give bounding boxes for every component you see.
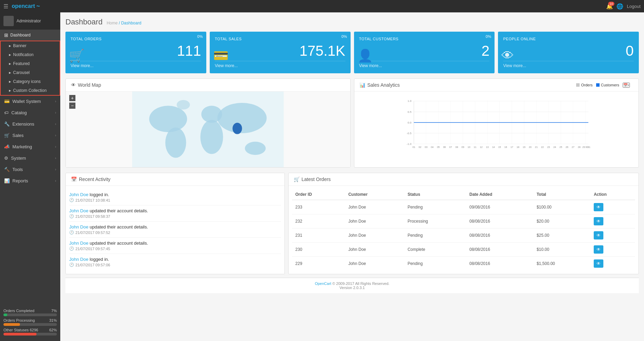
activity-link[interactable]: John Doe <box>69 224 89 230</box>
logout-button[interactable]: Logout <box>627 4 641 9</box>
sidebar-item-banner[interactable]: ▸ Banner <box>1 41 60 50</box>
view-order-button[interactable]: 👁 <box>594 245 603 254</box>
notification-button[interactable]: 🔔 10 <box>606 3 613 10</box>
sidebar-item-label: Featured <box>13 61 30 66</box>
activity-link[interactable]: John Doe <box>69 241 89 246</box>
svg-text:25: 25 <box>559 146 562 149</box>
stat-card-pct: 0% <box>486 34 491 39</box>
sidebar-item-left: 📣 Marketing <box>4 144 32 149</box>
sales-analytics-body: 1.0 0.5 0.0 -0.5 -1.0 01 02 03 04 05 06 <box>354 92 639 154</box>
arrow-icon: ▸ <box>9 70 11 75</box>
world-map-panel: 👁 World Map + − <box>65 78 351 168</box>
main-content: Dashboard Home / Dashboard TOTAL ORDERS … <box>60 12 644 341</box>
svg-text:13: 13 <box>486 146 489 149</box>
stat-card-icon: 👤 <box>357 49 373 63</box>
stat-card-pct: 0% <box>342 34 347 39</box>
view-order-button[interactable]: 👁 <box>594 231 603 239</box>
sidebar-item-wallet-system[interactable]: 💳 Wallet System › <box>0 96 60 107</box>
sidebar-item-reports[interactable]: 📊 Reports › <box>0 175 60 187</box>
orders-table-header-row: Order IDCustomerStatusDate AddedTotalAct… <box>292 189 635 200</box>
svg-point-8 <box>177 100 190 110</box>
sidebar-item-dashboard[interactable]: ⊞ Dashboard <box>0 30 60 41</box>
recent-activity-body: John Doe logged in. 🕐 21/07/2017 10:08:4… <box>66 186 284 273</box>
svg-text:21: 21 <box>535 146 538 149</box>
sidebar-item-marketing[interactable]: 📣 Marketing › <box>0 141 60 152</box>
activity-time: 🕐 21/07/2017 09:57:06 <box>69 263 281 267</box>
sidebar-item-sales[interactable]: 🛒 Sales › <box>0 130 60 141</box>
arrow-icon: ▸ <box>9 61 11 66</box>
sidebar-item-notification[interactable]: ▸ Notification <box>1 50 60 59</box>
stat-card-link[interactable]: View more... <box>359 61 490 68</box>
order-customer: John Doe <box>345 257 404 271</box>
zoom-out-button[interactable]: − <box>69 103 75 109</box>
svg-text:28: 28 <box>578 146 580 149</box>
view-order-button[interactable]: 👁 <box>594 203 603 211</box>
hamburger-icon[interactable]: ☰ <box>3 3 8 10</box>
stat-other-pct: 62% <box>49 328 57 332</box>
chart-calendar-button[interactable]: 📅▾ <box>623 83 630 88</box>
sidebar-item-extensions[interactable]: 🔧 Extensions › <box>0 118 60 130</box>
sidebar-item-label: Carousel <box>13 70 30 75</box>
order-customer: John Doe <box>345 228 404 243</box>
stat-processing-fill <box>3 323 20 326</box>
sidebar-item-catalog[interactable]: 🏷 Catalog › <box>0 107 60 118</box>
footer: OpenCart © 2009-2017 All Rights Reserved… <box>65 278 639 293</box>
world-map-body: + − <box>66 92 350 167</box>
svg-text:27: 27 <box>572 146 574 149</box>
sidebar-item-label: Banner <box>13 43 27 48</box>
footer-brand-link[interactable]: OpenCart <box>315 281 331 286</box>
chart-legend: Orders Customers 📅▾ <box>573 83 633 88</box>
svg-point-2 <box>165 128 186 158</box>
top-navbar: ☰ opencart ~ 🔔 10 🌐 Logout <box>0 0 644 12</box>
order-id: 229 <box>292 257 345 271</box>
stat-card-link[interactable]: View more... <box>503 61 634 68</box>
brand-logo: opencart ~ <box>12 3 40 10</box>
order-date: 08/08/2016 <box>466 243 533 257</box>
middle-panels: 👁 World Map + − <box>65 78 639 168</box>
calendar-icon: 📅 <box>71 177 77 182</box>
sidebar-item-category-icons[interactable]: ▸ Category icons <box>1 77 60 86</box>
sidebar-item-tools[interactable]: 🔨 Tools › <box>0 164 60 175</box>
col-status: Status <box>404 189 466 200</box>
activity-time: 🕐 21/07/2017 09:58:37 <box>69 214 281 219</box>
svg-text:03: 03 <box>425 146 427 149</box>
activity-link[interactable]: John Doe <box>69 257 89 262</box>
stat-cards: TOTAL ORDERS 0% 🛒 111 View more... TOTAL… <box>65 32 639 73</box>
svg-text:02: 02 <box>418 146 421 149</box>
chevron-icon: › <box>55 179 56 183</box>
sidebar-item-featured[interactable]: ▸ Featured <box>1 59 60 68</box>
breadcrumb-home[interactable]: Home <box>107 21 118 25</box>
orders-table-body: 233 John Doe Pending 09/08/2016 $100.00 … <box>292 200 635 270</box>
activity-item-1: John Doe updated their account details. … <box>69 205 281 222</box>
view-order-button[interactable]: 👁 <box>594 259 603 268</box>
view-order-button[interactable]: 👁 <box>594 217 603 225</box>
latest-orders-title: 🛒 Latest Orders <box>294 177 331 182</box>
sidebar-item-carousel[interactable]: ▸ Carousel <box>1 68 60 77</box>
brand-text: opencart <box>12 3 35 9</box>
nav-label: Marketing <box>12 144 32 149</box>
nav-label: Sales <box>12 133 24 138</box>
stat-card-link[interactable]: View more... <box>215 61 345 68</box>
svg-text:-1.0: -1.0 <box>406 142 411 146</box>
order-date: 08/08/2016 <box>466 214 533 228</box>
globe-icon[interactable]: 🌐 <box>616 3 623 10</box>
legend-customers: Customers <box>596 83 619 88</box>
stat-card-label: PEOPLE ONLINE <box>503 37 634 41</box>
zoom-in-button[interactable]: + <box>69 95 75 101</box>
latest-orders-panel: 🛒 Latest Orders Order IDCustomerStatusDa… <box>288 173 639 274</box>
activity-link[interactable]: John Doe <box>69 208 89 213</box>
svg-text:15: 15 <box>498 146 501 149</box>
sidebar-item-system[interactable]: ⚙ System › <box>0 152 60 164</box>
activity-item-4: John Doe logged in. 🕐 21/07/2017 09:57:0… <box>69 254 281 270</box>
sidebar-item-left: 🏷 Catalog <box>4 110 27 115</box>
activity-link[interactable]: John Doe <box>69 192 89 197</box>
stat-card-link[interactable]: View more... <box>71 61 201 68</box>
stat-other-track <box>3 333 57 335</box>
sidebar-item-custom-collection[interactable]: ▸ Custom Collection <box>1 86 60 95</box>
nav-label: Wallet System <box>12 99 41 104</box>
svg-text:16: 16 <box>504 146 507 149</box>
svg-text:08: 08 <box>455 146 458 149</box>
svg-point-6 <box>232 123 242 134</box>
svg-text:26: 26 <box>565 146 568 149</box>
order-customer: John Doe <box>345 214 404 228</box>
